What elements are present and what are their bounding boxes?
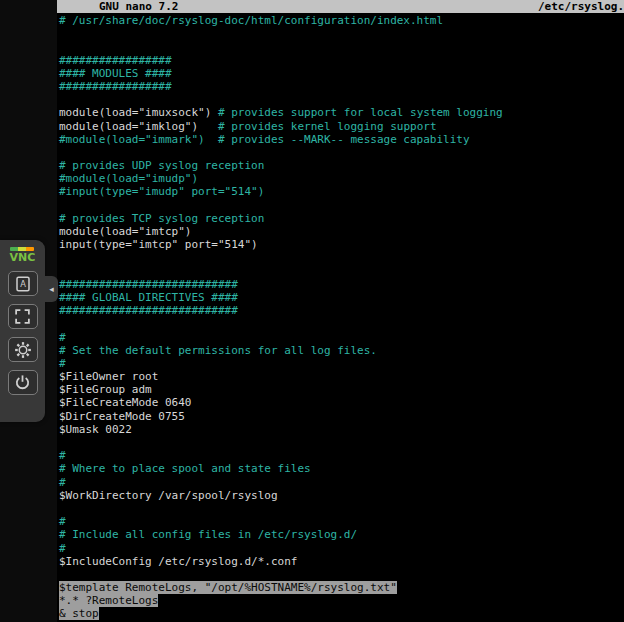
editor-line: *.* ?RemoteLogs — [59, 594, 624, 607]
editor-line: # Where to place spool and state files — [59, 462, 624, 475]
editor-line: # Set the default permissions for all lo… — [59, 344, 624, 357]
editor-line — [59, 436, 624, 449]
editor-line: $WorkDirectory /var/spool/rsyslog — [59, 489, 624, 502]
editor-lines[interactable]: # /usr/share/doc/rsyslog-doc/html/config… — [57, 13, 624, 621]
editor-line: # — [59, 357, 624, 370]
nano-version-label: GNU nano 7.2 — [99, 0, 178, 13]
editor-line: module(load="imuxsock") # provides suppo… — [59, 106, 624, 119]
editor-line: #module(load="imudp") — [59, 172, 624, 185]
editor-line: $template RemoteLogs, "/opt/%HOSTNAME%/r… — [59, 581, 624, 594]
editor-line — [59, 251, 624, 264]
editor-line: ################# — [59, 80, 624, 93]
editor-line: # provides TCP syslog reception — [59, 212, 624, 225]
editor-line: # — [59, 476, 624, 489]
svg-text:A: A — [20, 279, 26, 289]
terminal-window[interactable]: GNU nano 7.2 /etc/rsyslog. # /usr/share/… — [57, 0, 624, 622]
nano-titlebar: GNU nano 7.2 /etc/rsyslog. — [57, 0, 624, 13]
editor-line — [59, 502, 624, 515]
editor-line: module(load="imtcp") — [59, 225, 624, 238]
clipboard-button[interactable]: A — [8, 271, 38, 296]
editor-line — [59, 27, 624, 40]
editor-line: $DirCreateMode 0755 — [59, 410, 624, 423]
editor-line: input(type="imtcp" port="514") — [59, 238, 624, 251]
editor-line: ########################### — [59, 304, 624, 317]
power-icon — [14, 374, 31, 391]
editor-line — [59, 146, 624, 159]
fullscreen-icon — [14, 308, 31, 325]
editor-line: #### MODULES #### — [59, 67, 624, 80]
editor-line: $FileOwner root — [59, 370, 624, 383]
editor-line: $IncludeConfig /etc/rsyslog.d/*.conf — [59, 555, 624, 568]
vnc-logo-text: VNC — [10, 252, 36, 263]
editor-line: # — [59, 331, 624, 344]
editor-line: & stop — [59, 607, 624, 620]
editor-line — [59, 568, 624, 581]
editor-line: ########################### — [59, 278, 624, 291]
editor-line: module(load="imklog") # provides kernel … — [59, 120, 624, 133]
settings-button[interactable] — [8, 337, 38, 362]
editor-line — [59, 199, 624, 212]
editor-line: #module(load="immark") # provides --MARK… — [59, 133, 624, 146]
editor-line — [59, 317, 624, 330]
clipboard-icon: A — [14, 275, 32, 293]
editor-line: $FileCreateMode 0640 — [59, 396, 624, 409]
power-button[interactable] — [8, 370, 38, 395]
editor-line: # Include all config files in /etc/rsysl… — [59, 528, 624, 541]
editor-line: $FileGroup adm — [59, 383, 624, 396]
editor-line — [59, 265, 624, 278]
editor-line: # — [59, 449, 624, 462]
novnc-control-bar: VNC A — [0, 240, 45, 422]
editor-line — [59, 40, 624, 53]
control-bar-handle[interactable]: ◂ — [45, 276, 58, 302]
gear-icon — [14, 341, 32, 359]
editor-line: # provides UDP syslog reception — [59, 159, 624, 172]
vnc-logo: VNC — [10, 247, 36, 263]
editor-line: #### GLOBAL DIRECTIVES #### — [59, 291, 624, 304]
editor-line: # /usr/share/doc/rsyslog-doc/html/config… — [59, 14, 624, 27]
editor-line: #input(type="imudp" port="514") — [59, 185, 624, 198]
fullscreen-button[interactable] — [8, 304, 38, 329]
nano-filename-label: /etc/rsyslog. — [538, 0, 624, 13]
editor-line: # — [59, 542, 624, 555]
editor-line: ################# — [59, 54, 624, 67]
editor-line — [59, 93, 624, 106]
editor-line: $Umask 0022 — [59, 423, 624, 436]
editor-line: # — [59, 515, 624, 528]
